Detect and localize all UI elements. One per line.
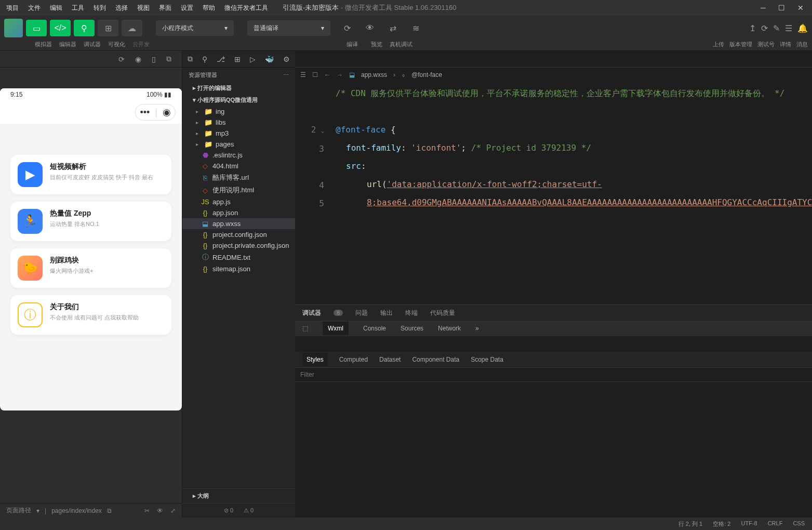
refresh-icon[interactable]: ⟳: [118, 55, 125, 63]
git-icon[interactable]: ⎇: [217, 55, 225, 63]
subtab-console[interactable]: Console: [363, 325, 386, 332]
file-404[interactable]: ◇404.html: [182, 161, 295, 171]
bookmark-icon[interactable]: ☐: [312, 71, 318, 78]
menu-goto[interactable]: 转到: [89, 2, 110, 15]
preview-button[interactable]: 👁: [360, 20, 380, 36]
menu-edit[interactable]: 编辑: [46, 2, 66, 15]
subtab-sources[interactable]: Sources: [401, 325, 423, 332]
file-appwxss[interactable]: ⬓app.wxss: [182, 218, 295, 229]
card-zepp[interactable]: 🏃 热量值 Zepp运动热量 排名NO.1: [10, 202, 171, 241]
warning-count[interactable]: ⚠ 0: [244, 507, 254, 514]
scissors-icon[interactable]: ✂: [144, 507, 150, 514]
compile-select[interactable]: 普通编译▾: [247, 20, 330, 36]
menu-select[interactable]: 选择: [111, 2, 132, 15]
editor-toggle[interactable]: </>: [50, 20, 71, 36]
remote-debug-button[interactable]: ⇄: [382, 20, 403, 36]
breadcrumb-symbol[interactable]: @font-face: [411, 71, 442, 78]
files-icon[interactable]: ⧉: [188, 55, 193, 63]
overflow-icon[interactable]: »: [475, 325, 479, 332]
eye-icon[interactable]: 👁: [157, 507, 163, 514]
tab-terminal[interactable]: 终端: [405, 309, 418, 317]
chevron-down-icon[interactable]: ▾: [36, 507, 39, 514]
breadcrumb-file[interactable]: app.wxss: [361, 71, 387, 78]
card-about[interactable]: ⓘ 关于我们不会使用 或有问题可 点我获取帮助: [10, 295, 171, 335]
folder-libs[interactable]: ▸📁libs: [182, 117, 295, 128]
forward-icon[interactable]: →: [337, 71, 343, 78]
tab-scope[interactable]: Scope Data: [471, 356, 503, 363]
status-eol[interactable]: CRLF: [768, 520, 783, 528]
menu-devtools[interactable]: 微信开发者工具: [220, 2, 272, 15]
inspect-icon[interactable]: ⬚: [302, 325, 308, 332]
compile-button[interactable]: ⟳: [337, 20, 357, 36]
status-spaces[interactable]: 空格: 2: [713, 520, 730, 528]
tab-problems[interactable]: 问题: [355, 309, 368, 317]
tab-quality[interactable]: 代码质量: [430, 309, 455, 317]
tab-dataset[interactable]: Dataset: [379, 356, 401, 363]
menu-help[interactable]: 帮助: [198, 2, 219, 15]
tab-output[interactable]: 输出: [380, 309, 393, 317]
code-editor[interactable]: 2 ⌄ 3 45 /* CDN 服务仅供平台体验和调试使用，平台不承诺服务的稳定…: [295, 82, 812, 304]
filter-input[interactable]: [300, 371, 812, 378]
copy-icon[interactable]: ⧉: [166, 55, 171, 63]
ext-icon[interactable]: ⊞: [234, 55, 241, 63]
tab-styles[interactable]: Styles: [302, 353, 328, 366]
file-sitemap[interactable]: {}sitemap.json: [182, 263, 295, 274]
file-projectprivate[interactable]: {}project.private.config.json: [182, 240, 295, 251]
folder-mp3[interactable]: ▸📁mp3: [182, 128, 295, 139]
expand-icon[interactable]: ⤢: [170, 507, 176, 514]
file-projectconfig[interactable]: {}project.config.json: [182, 229, 295, 240]
cloud-toggle[interactable]: ☁: [122, 20, 142, 36]
test-button[interactable]: ✎: [773, 23, 780, 33]
file-eslintrc[interactable]: ⬣.eslintrc.js: [182, 150, 295, 161]
error-count[interactable]: ⊘ 0: [224, 507, 233, 514]
tab-debugger[interactable]: 调试器: [302, 309, 321, 317]
card-video[interactable]: ▶ 短视频解析目前仅可皮皮虾 皮皮搞笑 快手 抖音 最右: [10, 155, 171, 194]
capsule-button[interactable]: •••|◉: [135, 104, 176, 121]
minimize-button[interactable]: ─: [761, 4, 766, 12]
file-readme[interactable]: ⓘREADME.txt: [182, 251, 295, 263]
file-readme-html[interactable]: ◇使用说明.html: [182, 184, 295, 196]
folder-pages[interactable]: ▸📁pages: [182, 139, 295, 150]
menu-view[interactable]: 视图: [133, 2, 154, 15]
close-button[interactable]: ✕: [797, 4, 804, 12]
search-icon[interactable]: ⚲: [202, 55, 207, 63]
menu-file[interactable]: 文件: [24, 2, 45, 15]
simulator-toggle[interactable]: ▭: [26, 20, 47, 36]
back-icon[interactable]: ←: [324, 71, 330, 78]
layers-button[interactable]: ≋: [405, 20, 426, 36]
subtab-network[interactable]: Network: [438, 325, 461, 332]
status-encoding[interactable]: UTF-8: [741, 520, 757, 528]
project-section[interactable]: ▾ 小程序源码QQ微信通用: [182, 94, 295, 106]
more-icon[interactable]: ⋯: [283, 72, 289, 78]
subtab-wxml[interactable]: Wxml: [323, 322, 349, 335]
card-game[interactable]: 🐤 别踩鸡块爆火网络小游戏+: [10, 248, 171, 288]
file-url[interactable]: ⎘酷库博客.url: [182, 171, 295, 184]
status-line[interactable]: 行 2, 列 1: [678, 520, 702, 528]
menu-tool[interactable]: 工具: [68, 2, 88, 15]
tab-component[interactable]: Component Data: [412, 356, 459, 363]
avatar[interactable]: [4, 19, 23, 37]
mode-select[interactable]: 小程序模式▾: [156, 20, 234, 36]
copy-path-icon[interactable]: ⧉: [107, 507, 112, 514]
visual-toggle[interactable]: ⊞: [98, 20, 118, 36]
upload-button[interactable]: ↥: [749, 23, 756, 33]
menu-project[interactable]: 项目: [2, 2, 23, 15]
docker-icon[interactable]: 🐳: [265, 55, 274, 63]
list-icon[interactable]: ☰: [300, 71, 306, 78]
debugger-toggle[interactable]: ⚲: [74, 20, 95, 36]
version-button[interactable]: ⟳: [761, 23, 768, 33]
menu-settings[interactable]: 设置: [177, 2, 197, 15]
status-lang[interactable]: CSS: [793, 520, 805, 528]
detail-button[interactable]: ☰: [785, 23, 792, 33]
file-appjs[interactable]: JSapp.js: [182, 196, 295, 207]
debug-icon[interactable]: ▷: [250, 55, 256, 63]
open-editors-section[interactable]: ▸ 打开的编辑器: [182, 82, 295, 94]
stop-icon[interactable]: ◉: [135, 55, 141, 63]
folder-ing[interactable]: ▸📁ing: [182, 106, 295, 117]
outline-section[interactable]: ▸ 大纲: [182, 488, 295, 503]
file-appjson[interactable]: {}app.json: [182, 207, 295, 218]
menu-ui[interactable]: 界面: [155, 2, 176, 15]
message-button[interactable]: 🔔: [797, 23, 808, 33]
code-content[interactable]: /* CDN 服务仅供平台体验和调试使用，平台不承诺服务的稳定性，企业客户需下载…: [331, 82, 812, 304]
tab-computed[interactable]: Computed: [339, 356, 368, 363]
